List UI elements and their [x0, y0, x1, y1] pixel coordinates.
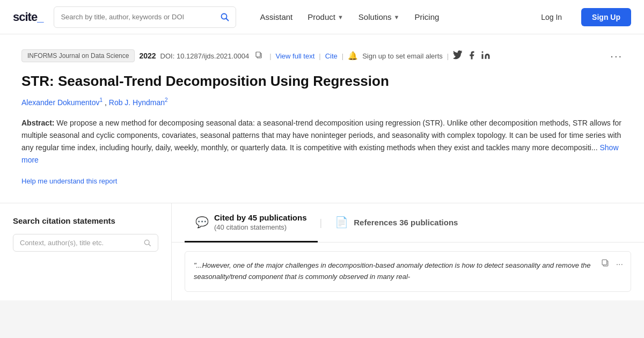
search-button[interactable]: [221, 13, 229, 21]
references-icon: 📄: [335, 216, 348, 229]
bottom-section: Search citation statements Context, auth…: [0, 203, 644, 300]
svg-rect-3: [256, 52, 260, 57]
tab-references[interactable]: 📄 References 36 publications: [324, 203, 469, 243]
meta-separator-3: |: [342, 52, 343, 60]
right-panel: 💬 Cited by 45 publications (40 citation …: [172, 203, 644, 300]
facebook-icon[interactable]: [467, 50, 477, 62]
tab-divider: |: [318, 217, 325, 229]
search-citations-title: Search citation statements: [13, 216, 158, 225]
cited-by-icon: 💬: [195, 216, 209, 229]
meta-separator-2: |: [319, 52, 320, 60]
meta-separator-4: |: [447, 52, 449, 60]
citation-statements-count: (40 citation statements): [214, 223, 287, 231]
nav-item-solutions[interactable]: Solutions ▼: [352, 8, 406, 26]
signup-button[interactable]: Sign Up: [581, 8, 631, 26]
authors-section: Alexander Dokumentov1 , Rob J. Hyndman2: [21, 97, 623, 107]
publication-year: 2022: [139, 52, 156, 60]
journal-badge: INFORMS Journal on Data Science: [21, 49, 135, 62]
search-icon: [144, 239, 151, 247]
nav-item-assistant[interactable]: Assistant: [253, 8, 299, 26]
author-link-0[interactable]: Alexander Dokumentov1: [21, 98, 105, 107]
svg-point-4: [482, 51, 484, 53]
chevron-down-icon: ▼: [394, 14, 400, 20]
search-input[interactable]: [61, 13, 221, 21]
abstract-text: Abstract: We propose a new method for de…: [21, 117, 623, 166]
header: scite_ Assistant Product ▼ Solutions ▼ P…: [0, 0, 644, 34]
author-link-1[interactable]: Rob J. Hyndman2: [109, 98, 168, 107]
twitter-icon[interactable]: [453, 50, 463, 62]
nav-item-pricing[interactable]: Pricing: [408, 8, 445, 26]
svg-line-1: [226, 18, 229, 20]
copy-doi-button[interactable]: [253, 52, 265, 61]
meta-separator: |: [269, 52, 271, 60]
doi-value: 10.1287/ijds.2021.0004: [177, 52, 249, 60]
citation-text: "...However, one of the major challenges…: [194, 260, 622, 283]
citation-card-actions: ···: [601, 258, 624, 270]
help-link[interactable]: Help me understand this report: [21, 177, 117, 185]
svg-rect-8: [602, 260, 607, 265]
citation-card: ··· "...However, one of the major challe…: [185, 251, 631, 292]
citation-tabs: 💬 Cited by 45 publications (40 citation …: [172, 203, 644, 243]
linkedin-icon[interactable]: [481, 50, 491, 62]
references-label: References 36 publications: [354, 218, 458, 227]
social-icons: [453, 50, 491, 62]
copy-citation-button[interactable]: [601, 258, 611, 270]
tab-cited-by[interactable]: 💬 Cited by 45 publications (40 citation …: [185, 203, 318, 243]
logo[interactable]: scite_: [13, 10, 43, 24]
article-section: INFORMS Journal on Data Science 2022 DOI…: [0, 34, 644, 203]
cited-by-label: Cited by 45 publications: [214, 213, 307, 222]
bell-icon[interactable]: 🔔: [348, 51, 358, 61]
citation-more-button[interactable]: ···: [615, 258, 624, 270]
view-full-text-link[interactable]: View full text: [276, 52, 315, 60]
svg-line-6: [149, 244, 150, 246]
citation-search-placeholder: Context, author(s), title etc.: [20, 239, 140, 247]
abstract-label: Abstract:: [21, 119, 54, 127]
citation-search-input[interactable]: Context, author(s), title etc.: [13, 234, 158, 252]
cite-link[interactable]: Cite: [325, 52, 338, 60]
nav-item-product[interactable]: Product ▼: [301, 8, 350, 26]
login-button[interactable]: Log In: [532, 9, 570, 26]
alert-text: Sign up to set email alerts: [362, 52, 443, 60]
search-bar: [54, 6, 236, 28]
meta-bar: INFORMS Journal on Data Science 2022 DOI…: [21, 49, 623, 62]
more-options-button[interactable]: ···: [610, 50, 623, 62]
article-title: STR: Seasonal-Trend Decomposition Using …: [21, 72, 623, 91]
main-nav: Assistant Product ▼ Solutions ▼ Pricing: [253, 8, 445, 26]
left-panel: Search citation statements Context, auth…: [0, 203, 172, 300]
chevron-down-icon: ▼: [338, 14, 343, 20]
doi-label: DOI: 10.1287/ijds.2021.0004: [160, 52, 250, 60]
